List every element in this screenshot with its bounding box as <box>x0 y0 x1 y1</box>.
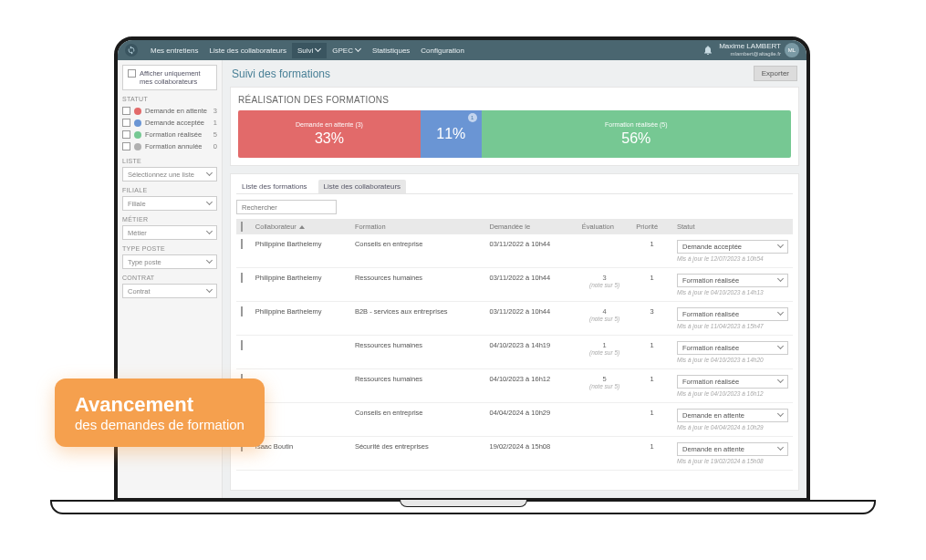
nav-item-suivi[interactable]: Suivi <box>292 43 327 58</box>
contrat-heading: CONTRAT <box>122 275 217 281</box>
statut-select[interactable]: Demande acceptée <box>677 240 788 254</box>
typeposte-heading: TYPE POSTE <box>122 245 217 252</box>
tab-liste-des-collaborateurs[interactable]: Liste des collaborateurs <box>318 180 407 193</box>
statut-filter-item[interactable]: Demande acceptée1 <box>122 117 217 129</box>
column-header <box>236 219 251 234</box>
updated-at: Mis à jour le 04/10/2023 à 16h12 <box>677 390 788 397</box>
callout-sub: des demandes de formation <box>75 417 245 432</box>
nav-item-configuration[interactable]: Configuration <box>415 43 470 58</box>
search-input[interactable] <box>236 200 337 214</box>
table-row: Philippine Barthelemy B2B - services aux… <box>236 302 793 336</box>
column-header[interactable]: Formation <box>350 219 485 234</box>
cell-date: 19/02/2024 à 15h08 <box>484 437 577 471</box>
typeposte-select[interactable]: Type poste <box>122 254 217 269</box>
realisation-segment: 11%1 <box>421 110 482 158</box>
nav-item-gpec[interactable]: GPEC <box>327 43 367 58</box>
row-checkbox[interactable] <box>241 340 243 350</box>
cell-collaborateur: Isaac Boutin <box>251 437 350 471</box>
top-nav: Mes entretiensListe des collaborateursSu… <box>118 40 806 60</box>
statut-select[interactable]: Formation réalisée <box>677 274 788 287</box>
table-row: Ressources humaines 04/10/2023 à 16h12 5… <box>236 369 793 403</box>
statut-select[interactable]: Formation réalisée <box>677 375 788 389</box>
column-header[interactable]: Statut <box>672 219 793 234</box>
statut-filter-item[interactable]: Formation annulée0 <box>122 140 217 152</box>
statut-value: Demande acceptée <box>682 243 742 251</box>
checkbox-icon <box>128 69 136 78</box>
realisation-segment: Formation réalisée (5)56% <box>482 110 791 158</box>
export-button[interactable]: Exporter <box>754 66 797 81</box>
status-dot-icon <box>134 143 141 150</box>
callout-badge: Avancement des demandes de formation <box>55 379 265 447</box>
user-name: Maxime LAMBERT <box>719 43 781 51</box>
user-menu[interactable]: Maxime LAMBERT mlambert@altagile.fr ML <box>719 43 799 57</box>
chevron-down-icon <box>316 47 321 53</box>
updated-at: Mis à jour le 12/07/2023 à 10h54 <box>677 255 788 262</box>
status-dot-icon <box>134 119 141 127</box>
segment-badge: 1 <box>468 113 477 122</box>
segment-label: Demande en attente (3) <box>296 121 363 128</box>
column-header[interactable]: Demandée le <box>484 219 577 234</box>
nav-item-statistiques[interactable]: Statistiques <box>367 43 415 58</box>
realisation-card: RÉALISATION DES FORMATIONS Demande en at… <box>230 87 799 166</box>
cell-date: 04/10/2023 à 16h12 <box>484 369 577 403</box>
tab-liste-des-formations[interactable]: Liste des formations <box>236 180 313 193</box>
metier-heading: MÉTIER <box>122 216 217 223</box>
cell-formation: Conseils en entreprise <box>350 403 485 437</box>
table-row: Ressources humaines 04/10/2023 à 14h19 1… <box>236 336 793 369</box>
contrat-select[interactable]: Contrat <box>122 284 217 298</box>
table-row: Philippine Barthelemy Ressources humaine… <box>236 268 793 302</box>
cell-evaluation <box>577 437 631 471</box>
nav-item-mes-entretiens[interactable]: Mes entretiens <box>145 43 203 58</box>
statut-select[interactable]: Demande en attente <box>677 409 788 422</box>
filiale-select[interactable]: Filiale <box>122 196 217 211</box>
nav-item-liste-des-collaborateurs[interactable]: Liste des collaborateurs <box>203 43 292 58</box>
updated-at: Mis à jour le 19/02/2024 à 15h08 <box>677 458 788 464</box>
cell-collaborateur: Philippine Barthelemy <box>251 302 350 336</box>
notification-icon[interactable] <box>702 45 713 56</box>
cell-evaluation: 4(note sur 5) <box>577 302 631 336</box>
chevron-down-icon <box>778 412 784 418</box>
segment-percent: 33% <box>315 130 344 147</box>
metier-select[interactable]: Métier <box>122 225 217 240</box>
statut-filter-item[interactable]: Formation réalisée5 <box>122 129 217 140</box>
callout-title: Avancement <box>75 393 245 417</box>
cell-formation: Conseils en entreprise <box>350 234 485 268</box>
main-panel: Suivi des formations Exporter RÉALISATIO… <box>223 60 806 498</box>
chevron-down-icon <box>207 259 213 264</box>
filiale-placeholder: Filiale <box>128 200 146 208</box>
chevron-down-icon <box>207 201 213 206</box>
cell-date: 03/11/2022 à 10h44 <box>484 302 577 336</box>
liste-select[interactable]: Sélectionnez une liste <box>122 167 217 181</box>
chevron-down-icon <box>778 277 784 283</box>
row-checkbox[interactable] <box>241 239 243 249</box>
statut-select[interactable]: Formation réalisée <box>677 307 788 321</box>
statut-select[interactable]: Demande en attente <box>677 442 788 456</box>
chevron-down-icon <box>356 47 361 53</box>
row-checkbox[interactable] <box>241 273 243 283</box>
realisation-bar: Demande en attente (3)33%11%1Formation r… <box>238 110 791 158</box>
metier-placeholder: Métier <box>128 229 147 237</box>
statut-filter-item[interactable]: Demande en attente3 <box>122 105 217 117</box>
app-logo-icon[interactable] <box>125 44 138 57</box>
segment-percent: 11% <box>436 126 465 142</box>
status-dot-icon <box>134 108 141 115</box>
column-header[interactable]: Priorité <box>631 219 672 234</box>
column-header[interactable]: Évaluation <box>577 219 631 234</box>
chevron-down-icon <box>207 288 213 294</box>
row-checkbox[interactable] <box>241 306 243 316</box>
statut-select[interactable]: Formation réalisée <box>677 341 788 355</box>
statut-label: Formation annulée <box>145 142 210 150</box>
statut-heading: STATUT <box>122 96 217 102</box>
cell-date: 03/11/2022 à 10h44 <box>484 268 577 302</box>
avatar: ML <box>785 43 799 57</box>
cell-collaborateur: Philippine Barthelemy <box>251 234 350 268</box>
toggle-my-collaborators[interactable]: Afficher uniquement mes collaborateurs <box>122 65 217 90</box>
cell-collaborateur <box>251 369 350 403</box>
list-card: Liste des formationsListe des collaborat… <box>230 173 799 491</box>
user-email: mlambert@altagile.fr <box>719 51 781 57</box>
cell-collaborateur <box>251 336 350 369</box>
column-header[interactable]: Collaborateur <box>251 219 350 234</box>
cell-evaluation <box>577 234 631 268</box>
cell-formation: Ressources humaines <box>350 336 485 369</box>
checkbox-icon[interactable] <box>241 222 243 232</box>
